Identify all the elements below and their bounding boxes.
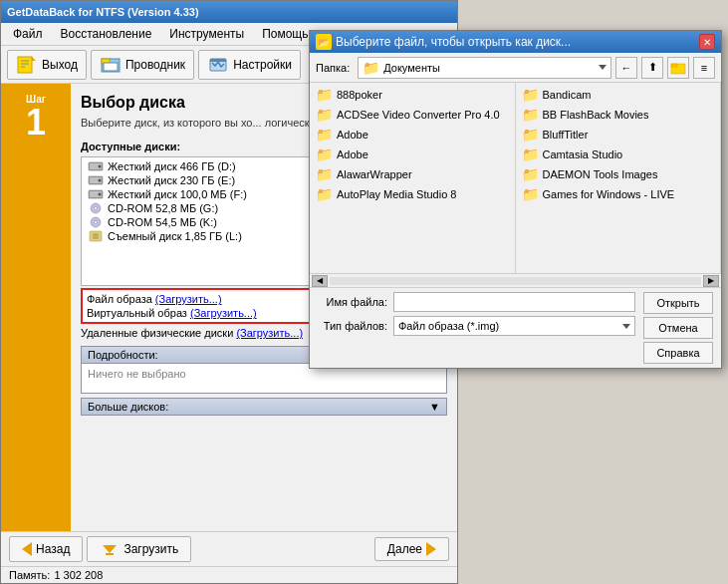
file-item-autoplay[interactable]: 📁 AutoPlay Media Studio 8 (312, 184, 513, 204)
svg-rect-26 (106, 553, 114, 555)
exit-label: Выход (42, 58, 78, 72)
svg-marker-1 (32, 57, 36, 61)
folder-icon-item: 📁 (522, 87, 539, 103)
filename-label: Имя файла: (318, 296, 387, 308)
file-item-adobe1[interactable]: 📁 Adobe (312, 125, 513, 145)
help-button[interactable]: Справка (643, 342, 713, 364)
virtual-image-link[interactable]: (Загрузить...) (190, 307, 257, 319)
more-disks-section: Больше дисков: ▼ (81, 398, 447, 416)
image-file-prefix: Файл образа (87, 293, 155, 305)
more-disks-header[interactable]: Больше дисков: ▼ (81, 398, 447, 416)
settings-icon (207, 54, 229, 76)
file-item-camtasia[interactable]: 📁 Camtasia Studio (518, 145, 719, 164)
more-disks-label: Больше дисков: (88, 401, 168, 413)
file-name-camtasia: Camtasia Studio (543, 148, 623, 160)
load-button[interactable]: Загрузить (87, 536, 191, 562)
filetype-select[interactable]: Файл образа (*.img) (393, 316, 635, 336)
file-item-bbflashback[interactable]: 📁 BB FlashBack Movies (518, 105, 719, 125)
file-name-adobe2: Adobe (337, 148, 368, 160)
svg-rect-9 (210, 59, 226, 62)
file-item-bandicam[interactable]: 📁 Bandicam (518, 85, 719, 105)
file-list-right: 📁 Bandicam 📁 BB FlashBack Movies 📁 Bluff… (516, 83, 722, 273)
main-title: GetDataBack for NTFS (Version 4.33) (7, 6, 199, 18)
file-item-alawar[interactable]: 📁 AlawarWrapper (312, 164, 513, 184)
details-value: Ничего не выбрано (88, 368, 186, 380)
svg-rect-7 (104, 63, 118, 71)
cdrom-icon-k (88, 216, 104, 228)
next-arrow-icon (426, 542, 436, 556)
more-disks-expand-icon: ▼ (429, 401, 440, 413)
step-number: 1 (26, 105, 46, 141)
file-name-acdsee: ACDSee Video Converter Pro 4.0 (337, 109, 500, 121)
disk-label-l: Съемный диск 1,85 ГБ (L:) (108, 230, 242, 242)
folder-select[interactable]: 📁 Документы (358, 57, 611, 79)
filetype-value: Файл образа (*.img) (398, 320, 499, 332)
folder-icon-item: 📁 (522, 166, 539, 182)
open-button[interactable]: Открыть (643, 292, 713, 314)
nav-new-folder-button[interactable] (667, 57, 689, 79)
file-item-blufftitler[interactable]: 📁 BluffTitler (518, 125, 719, 145)
scroll-right-btn[interactable]: ▶ (703, 275, 719, 287)
folder-icon-item: 📁 (316, 87, 333, 103)
menu-recovery[interactable]: Восстановление (53, 25, 160, 43)
file-item-888poker[interactable]: 📁 888poker (312, 85, 513, 105)
svg-point-15 (99, 179, 102, 182)
dialog-close-button[interactable]: ✕ (699, 34, 715, 50)
explorer-button[interactable]: Проводник (91, 50, 194, 80)
folder-label: Папка: (316, 62, 350, 74)
dialog-title: Выберите файл, чтобы открыть как диск... (336, 35, 571, 49)
folder-icon-item: 📁 (522, 146, 539, 162)
nav-view-button[interactable]: ≡ (693, 57, 715, 79)
dialog-toolbar: Папка: 📁 Документы ← ⬆ ≡ (310, 53, 721, 83)
exit-icon (16, 54, 38, 76)
explorer-icon (100, 54, 121, 76)
filetype-label: Тип файлов: (318, 320, 387, 332)
settings-button[interactable]: Настройки (198, 50, 301, 80)
file-item-adobe2[interactable]: 📁 Adobe (312, 145, 513, 164)
filename-row: Имя файла: (318, 292, 635, 312)
disk-label-f: Жесткий диск 100,0 МБ (F:) (108, 188, 247, 200)
image-file-link[interactable]: (Загрузить...) (155, 293, 222, 305)
file-area: 📁 888poker 📁 ACDSee Video Converter Pro … (310, 83, 721, 273)
usb-icon-l (88, 230, 104, 242)
svg-point-20 (95, 207, 98, 210)
menu-help[interactable]: Помощь (254, 25, 316, 43)
folder-icon-item: 📁 (522, 186, 539, 202)
horizontal-scrollbar[interactable]: ◀ ▶ (310, 273, 721, 287)
file-name-bandicam: Bandicam (543, 89, 592, 101)
filename-input[interactable] (393, 292, 635, 312)
folder-icon-item: 📁 (316, 146, 333, 162)
hdd-icon-f (88, 188, 104, 200)
next-button[interactable]: Далее (374, 537, 449, 561)
menu-file[interactable]: Файл (5, 25, 51, 43)
menu-tools[interactable]: Инструменты (161, 25, 252, 43)
file-item-daemon[interactable]: 📁 DAEMON Tools Images (518, 164, 719, 184)
load-label: Загрузить (123, 542, 178, 556)
virtual-image-prefix: Виртуальный образ (87, 307, 190, 319)
disk-label-d: Жесткий диск 466 ГБ (D:) (108, 160, 236, 172)
file-name-games: Games for Windows - LIVE (543, 188, 675, 200)
open-file-dialog: 📂 Выберите файл, чтобы открыть как диск.… (309, 30, 722, 369)
svg-point-18 (99, 193, 102, 196)
cancel-button[interactable]: Отмена (643, 317, 713, 339)
remote-disks-link[interactable]: (Загрузить...) (236, 327, 303, 339)
current-folder: Документы (383, 62, 440, 74)
svg-point-12 (99, 165, 102, 168)
file-item-acdsee[interactable]: 📁 ACDSee Video Converter Pro 4.0 (312, 105, 513, 125)
file-item-games[interactable]: 📁 Games for Windows - LIVE (518, 184, 719, 204)
hdd-icon-e (88, 174, 104, 186)
file-name-888poker: 888poker (337, 89, 382, 101)
svg-point-22 (95, 221, 98, 224)
file-name-adobe1: Adobe (337, 129, 368, 141)
folder-dropdown-arrow (599, 65, 607, 70)
nav-up-button[interactable]: ⬆ (641, 57, 663, 79)
exit-button[interactable]: Выход (7, 50, 87, 80)
memory-label: Память: (9, 569, 50, 581)
nav-back-button[interactable]: ← (615, 57, 637, 79)
file-name-blufftitler: BluffTitler (543, 129, 589, 141)
settings-label: Настройки (233, 58, 292, 72)
file-list-left: 📁 888poker 📁 ACDSee Video Converter Pro … (310, 83, 516, 273)
disk-label-e: Жесткий диск 230 ГБ (E:) (108, 174, 235, 186)
scroll-left-btn[interactable]: ◀ (312, 275, 328, 287)
back-button[interactable]: Назад (9, 536, 83, 562)
